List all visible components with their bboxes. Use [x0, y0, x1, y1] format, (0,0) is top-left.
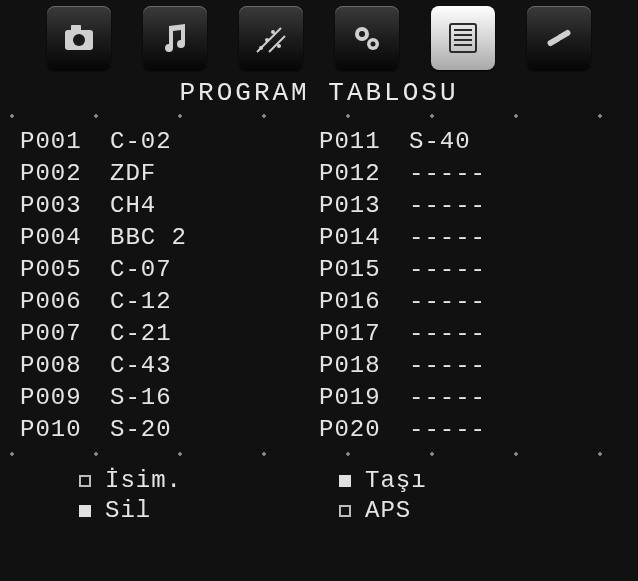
program-row[interactable]: P009S-16 — [20, 382, 319, 414]
program-row[interactable]: P018----- — [319, 350, 618, 382]
program-row[interactable]: P008C-43 — [20, 350, 319, 382]
stars-icon — [251, 18, 291, 58]
program-row[interactable]: P015----- — [319, 254, 618, 286]
program-row[interactable]: P005C-07 — [20, 254, 319, 286]
program-name: ----- — [409, 382, 618, 414]
program-number: P020 — [319, 414, 409, 446]
program-number: P012 — [319, 158, 409, 190]
program-number: P018 — [319, 350, 409, 382]
svg-rect-13 — [450, 24, 476, 52]
program-row[interactable]: P011S-40 — [319, 126, 618, 158]
program-row[interactable]: P006C-12 — [20, 286, 319, 318]
program-number: P011 — [319, 126, 409, 158]
program-name: ----- — [409, 414, 618, 446]
program-name: C-07 — [110, 254, 319, 286]
program-number: P016 — [319, 286, 409, 318]
program-name: BBC 2 — [110, 222, 319, 254]
program-name: ----- — [409, 254, 618, 286]
program-name: C-21 — [110, 318, 319, 350]
program-row[interactable]: P012----- — [319, 158, 618, 190]
color-green-icon — [339, 475, 351, 487]
tab-program[interactable] — [431, 6, 495, 70]
page-title: PROGRAM TABLOSU — [0, 78, 638, 108]
program-row[interactable]: P002ZDF — [20, 158, 319, 190]
program-name: ----- — [409, 190, 618, 222]
music-icon — [155, 18, 195, 58]
program-number: P013 — [319, 190, 409, 222]
color-red-icon — [79, 475, 91, 487]
program-name: ----- — [409, 158, 618, 190]
program-name: S-40 — [409, 126, 618, 158]
program-number: P017 — [319, 318, 409, 350]
svg-point-10 — [359, 31, 365, 37]
svg-point-2 — [73, 34, 85, 46]
program-number: P004 — [20, 222, 110, 254]
program-row[interactable]: P017----- — [319, 318, 618, 350]
program-table: P001C-02 P002ZDF P003CH4 P004BBC 2 P005C… — [0, 122, 638, 446]
color-yellow-icon — [79, 505, 91, 517]
program-number: P010 — [20, 414, 110, 446]
svg-point-12 — [371, 42, 376, 47]
tab-install[interactable] — [335, 6, 399, 70]
tab-source[interactable] — [527, 6, 591, 70]
program-name: C-43 — [110, 350, 319, 382]
program-name: C-12 — [110, 286, 319, 318]
svg-rect-19 — [556, 29, 571, 41]
legend-aps[interactable]: APS — [339, 496, 559, 526]
program-number: P007 — [20, 318, 110, 350]
legend-label: APS — [365, 496, 411, 526]
color-blue-icon — [339, 505, 351, 517]
program-column-right: P011S-40 P012----- P013----- P014----- P… — [319, 126, 618, 446]
tab-feature[interactable] — [239, 6, 303, 70]
program-name: ----- — [409, 286, 618, 318]
gears-icon — [347, 18, 387, 58]
program-name: ----- — [409, 350, 618, 382]
program-row[interactable]: P001C-02 — [20, 126, 319, 158]
legend-name[interactable]: İsim. — [79, 466, 299, 496]
program-number: P019 — [319, 382, 409, 414]
program-number: P009 — [20, 382, 110, 414]
menu-tabbar — [0, 0, 638, 72]
program-number: P002 — [20, 158, 110, 190]
program-number: P006 — [20, 286, 110, 318]
program-row[interactable]: P007C-21 — [20, 318, 319, 350]
legend-label: İsim. — [105, 466, 182, 496]
program-row[interactable]: P014----- — [319, 222, 618, 254]
svg-rect-1 — [71, 25, 81, 32]
program-name: C-02 — [110, 126, 319, 158]
divider-top — [8, 112, 630, 120]
tab-sound[interactable] — [143, 6, 207, 70]
program-number: P005 — [20, 254, 110, 286]
program-row[interactable]: P003CH4 — [20, 190, 319, 222]
divider-bottom — [8, 450, 630, 458]
camera-icon — [59, 18, 99, 58]
program-name: S-16 — [110, 382, 319, 414]
program-name: ----- — [409, 222, 618, 254]
legend-move[interactable]: Taşı — [339, 466, 559, 496]
program-name: CH4 — [110, 190, 319, 222]
program-name: S-20 — [110, 414, 319, 446]
tab-picture[interactable] — [47, 6, 111, 70]
program-row[interactable]: P020----- — [319, 414, 618, 446]
list-icon — [443, 18, 483, 58]
legend: İsim. Taşı Sil APS — [79, 466, 559, 526]
legend-label: Sil — [105, 496, 151, 526]
program-column-left: P001C-02 P002ZDF P003CH4 P004BBC 2 P005C… — [20, 126, 319, 446]
legend-delete[interactable]: Sil — [79, 496, 299, 526]
program-number: P014 — [319, 222, 409, 254]
program-number: P008 — [20, 350, 110, 382]
program-number: P001 — [20, 126, 110, 158]
program-name: ----- — [409, 318, 618, 350]
program-row[interactable]: P010S-20 — [20, 414, 319, 446]
legend-label: Taşı — [365, 466, 427, 496]
program-row[interactable]: P019----- — [319, 382, 618, 414]
svg-line-7 — [257, 28, 281, 52]
program-row[interactable]: P004BBC 2 — [20, 222, 319, 254]
cable-icon — [539, 18, 579, 58]
program-name: ZDF — [110, 158, 319, 190]
program-number: P015 — [319, 254, 409, 286]
program-number: P003 — [20, 190, 110, 222]
program-row[interactable]: P013----- — [319, 190, 618, 222]
program-row[interactable]: P016----- — [319, 286, 618, 318]
